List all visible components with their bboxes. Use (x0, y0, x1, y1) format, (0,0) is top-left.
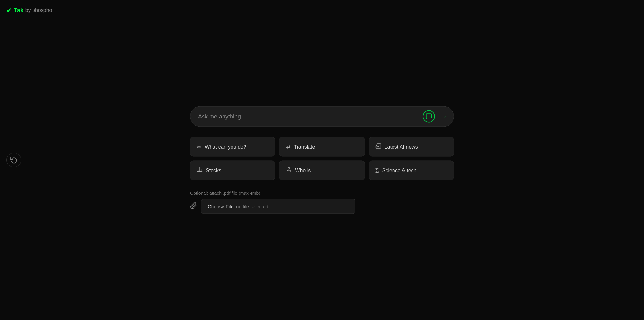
who-is-label: Who is... (295, 167, 315, 173)
history-icon (10, 156, 17, 164)
logo: ✔ Tak by phospho (6, 6, 52, 14)
logo-tak-text: Tak (14, 7, 24, 14)
search-bar: → (190, 106, 454, 127)
translate-icon: ⇄ (286, 144, 290, 150)
svg-point-0 (429, 116, 429, 116)
search-submit-button[interactable]: → (439, 111, 449, 122)
latest-ai-news-button[interactable]: Latest AI news (369, 137, 454, 157)
history-button[interactable] (6, 153, 21, 167)
newspaper-icon (375, 143, 381, 151)
translate-label: Translate (294, 144, 315, 150)
science-tech-label: Science & tech (382, 167, 417, 173)
pencil-icon: ✏ (197, 143, 202, 150)
file-input-box[interactable]: Choose File no file selected (201, 199, 355, 214)
no-file-text: no file selected (236, 204, 268, 209)
file-attach-row: Choose File no file selected (190, 199, 355, 214)
arrow-right-icon: → (440, 112, 447, 121)
svg-point-10 (288, 167, 290, 169)
translate-button[interactable]: ⇄ Translate (279, 137, 365, 157)
file-attach-area: Optional: attach .pdf file (max 4mb) Cho… (190, 191, 454, 214)
paperclip-icon (190, 202, 197, 211)
stocks-button[interactable]: Stocks (190, 161, 275, 180)
latest-ai-news-label: Latest AI news (384, 144, 418, 150)
what-can-you-do-label: What can you do? (205, 144, 246, 150)
logo-checkmark-icon: ✔ (6, 6, 12, 14)
brand-logo-icon (423, 110, 435, 123)
what-can-you-do-button[interactable]: ✏ What can you do? (190, 137, 275, 157)
search-input[interactable] (198, 113, 419, 120)
file-attach-label: Optional: attach .pdf file (max 4mb) (190, 191, 260, 196)
who-is-button[interactable]: Who is... (279, 161, 365, 180)
science-tech-button[interactable]: Σ Science & tech (369, 161, 454, 180)
sigma-icon: Σ (375, 167, 379, 174)
stocks-label: Stocks (206, 167, 221, 173)
logo-by-text: by phospho (25, 7, 52, 13)
svg-point-1 (427, 116, 428, 116)
choose-file-text: Choose File (208, 204, 233, 209)
quick-actions-grid: ✏ What can you do? ⇄ Translate Latest AI… (190, 137, 454, 180)
stocks-icon (197, 167, 203, 174)
person-icon (286, 167, 292, 174)
svg-point-2 (430, 116, 431, 116)
main-content: → ✏ What can you do? ⇄ Translate Latest … (190, 106, 454, 214)
